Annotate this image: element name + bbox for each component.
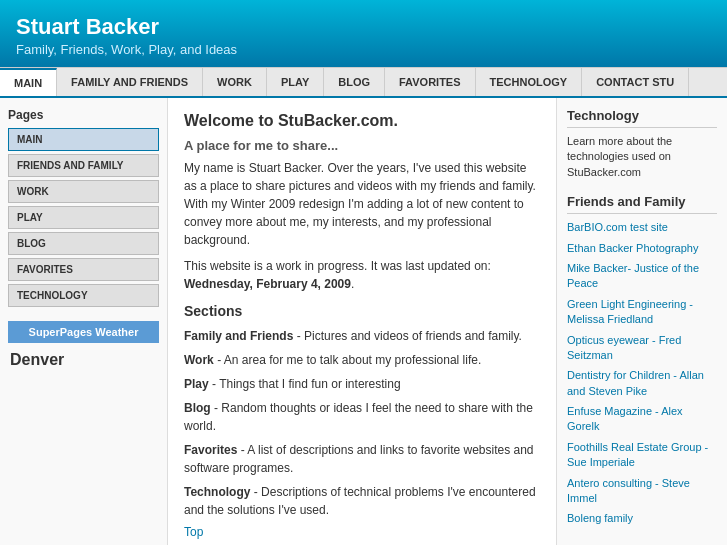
friends-family-section: Friends and Family BarBIO.com test siteE…: [567, 194, 717, 527]
technology-heading: Technology: [567, 108, 717, 128]
site-title: Stuart Backer: [16, 14, 711, 40]
site-subtitle: Family, Friends, Work, Play, and Ideas: [16, 42, 711, 57]
sidebar-btn-main[interactable]: MAIN: [8, 128, 159, 151]
content-wrapper: Pages MAINFRIENDS AND FAMILYWORKPLAYBLOG…: [0, 98, 727, 545]
weather-button[interactable]: SuperPages Weather: [8, 321, 159, 343]
friends-links-list: BarBIO.com test siteEthan Backer Photogr…: [567, 220, 717, 527]
technology-section: Technology Learn more about the technolo…: [567, 108, 717, 180]
friend-link[interactable]: Opticus eyewear - Fred Seitzman: [567, 333, 717, 364]
friend-link[interactable]: Mike Backer- Justice of the Peace: [567, 261, 717, 292]
friend-link[interactable]: Foothills Real Estate Group - Sue Imperi…: [567, 440, 717, 471]
section-item: Technology - Descriptions of technical p…: [184, 483, 540, 519]
sections-heading: Sections: [184, 303, 540, 319]
sidebar-btn-favorites[interactable]: FAVORITES: [8, 258, 159, 281]
left-sidebar: Pages MAINFRIENDS AND FAMILYWORKPLAYBLOG…: [0, 98, 168, 545]
nav-item-family-and-friends[interactable]: FAMILY AND FRIENDS: [57, 68, 203, 96]
intro2-date: Wednesday, February 4, 2009: [184, 277, 351, 291]
weather-city: Denver: [8, 347, 159, 373]
friend-link[interactable]: Green Light Engineering - Melissa Friedl…: [567, 297, 717, 328]
nav-item-blog[interactable]: BLOG: [324, 68, 385, 96]
friend-link[interactable]: Antero consulting - Steve Immel: [567, 476, 717, 507]
site-header: Stuart Backer Family, Friends, Work, Pla…: [0, 0, 727, 67]
friend-link[interactable]: Ethan Backer Photography: [567, 241, 717, 256]
sidebar-btn-work[interactable]: WORK: [8, 180, 159, 203]
sections-list: Family and Friends - Pictures and videos…: [184, 327, 540, 519]
nav-item-technology[interactable]: TECHNOLOGY: [476, 68, 583, 96]
nav-item-work[interactable]: WORK: [203, 68, 267, 96]
technology-description: Learn more about the technologies used o…: [567, 134, 717, 180]
friend-link[interactable]: Dentistry for Children - Allan and Steve…: [567, 368, 717, 399]
sidebar-btn-friends-and-family[interactable]: FRIENDS AND FAMILY: [8, 154, 159, 177]
top-link[interactable]: Top: [184, 525, 203, 539]
section-item: Play - Things that I find fun or interes…: [184, 375, 540, 393]
section-item: Favorites - A list of descriptions and l…: [184, 441, 540, 477]
intro-paragraph-2: This website is a work in progress. It w…: [184, 257, 540, 293]
sidebar-nav: MAINFRIENDS AND FAMILYWORKPLAYBLOGFAVORI…: [8, 128, 159, 307]
tagline: A place for me to share...: [184, 138, 540, 153]
nav-item-play[interactable]: PLAY: [267, 68, 324, 96]
nav-item-contact-stu[interactable]: CONTACT STU: [582, 68, 689, 96]
friend-link[interactable]: Enfuse Magazine - Alex Gorelk: [567, 404, 717, 435]
nav-item-favorites[interactable]: FAVORITES: [385, 68, 476, 96]
sidebar-btn-technology[interactable]: TECHNOLOGY: [8, 284, 159, 307]
sidebar-btn-play[interactable]: PLAY: [8, 206, 159, 229]
nav-item-main[interactable]: MAIN: [0, 68, 57, 96]
friend-link[interactable]: BarBIO.com test site: [567, 220, 717, 235]
welcome-heading: Welcome to StuBacker.com.: [184, 112, 540, 130]
right-sidebar: Technology Learn more about the technolo…: [557, 98, 727, 545]
section-item: Work - An area for me to talk about my p…: [184, 351, 540, 369]
intro-paragraph-1: My name is Stuart Backer. Over the years…: [184, 159, 540, 249]
friend-link[interactable]: Boleng family: [567, 511, 717, 526]
main-nav: MAINFAMILY AND FRIENDSWORKPLAYBLOGFAVORI…: [0, 67, 727, 98]
sidebar-heading: Pages: [8, 108, 159, 122]
intro2-prefix: This website is a work in progress. It w…: [184, 259, 491, 273]
main-content: Welcome to StuBacker.com. A place for me…: [168, 98, 557, 545]
sidebar-btn-blog[interactable]: BLOG: [8, 232, 159, 255]
section-item: Family and Friends - Pictures and videos…: [184, 327, 540, 345]
sidebar-weather: SuperPages Weather Denver: [8, 321, 159, 373]
friends-family-heading: Friends and Family: [567, 194, 717, 214]
section-item: Blog - Random thoughts or ideas I feel t…: [184, 399, 540, 435]
